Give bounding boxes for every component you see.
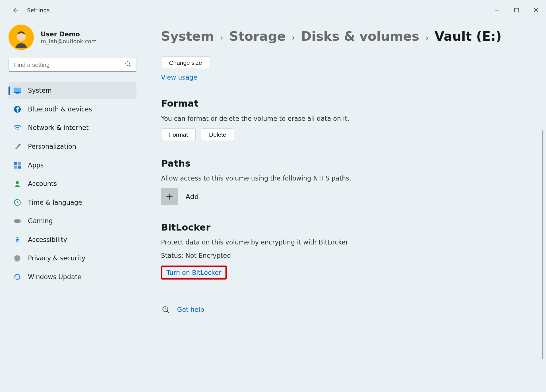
minimize-icon [495, 8, 499, 12]
svg-point-11 [17, 129, 18, 130]
breadcrumb-storage[interactable]: Storage [229, 29, 286, 43]
svg-line-27 [167, 311, 169, 313]
content-pane: System › Storage › Disks & volumes › Vau… [144, 20, 546, 392]
help-icon: ? [161, 305, 170, 314]
user-name: User Demo [41, 30, 97, 38]
chevron-right-icon: › [220, 33, 223, 43]
sidebar-item-accessibility[interactable]: Accessibility [9, 231, 136, 248]
sidebar-item-time[interactable]: Time & language [9, 194, 136, 211]
titlebar: Settings [0, 0, 546, 20]
back-button[interactable] [9, 3, 22, 17]
window-controls [487, 3, 546, 17]
sidebar-item-apps[interactable]: Apps [9, 157, 136, 174]
turn-on-bitlocker-link[interactable]: Turn on BitLocker [167, 269, 222, 277]
wifi-icon [13, 123, 22, 133]
svg-rect-15 [14, 166, 17, 169]
breadcrumb-disks[interactable]: Disks & volumes [301, 29, 419, 43]
svg-text:?: ? [164, 307, 166, 311]
view-usage-link[interactable]: View usage [161, 74, 197, 81]
maximize-button[interactable] [507, 3, 526, 17]
bitlocker-desc: Protect data on this volume by encryptin… [161, 238, 529, 246]
nav-list: System Bluetooth & devices Network & int… [9, 82, 136, 285]
plus-icon [166, 193, 173, 200]
svg-rect-8 [14, 88, 21, 92]
sidebar-item-label: Privacy & security [28, 254, 85, 262]
close-button[interactable] [526, 3, 546, 17]
sidebar-item-bluetooth[interactable]: Bluetooth & devices [9, 101, 136, 118]
sidebar-item-accounts[interactable]: Accounts [9, 175, 136, 192]
sidebar-item-label: Accounts [28, 180, 57, 188]
close-icon [534, 8, 538, 12]
brush-icon [13, 142, 22, 151]
scrollbar-thumb[interactable] [542, 130, 543, 359]
svg-rect-13 [14, 162, 17, 165]
svg-rect-1 [515, 8, 518, 12]
search-input[interactable] [14, 61, 125, 68]
app-title: Settings [27, 7, 49, 13]
sidebar-item-privacy[interactable]: Privacy & security [9, 250, 136, 267]
chevron-right-icon: › [425, 33, 429, 43]
sidebar-item-label: System [28, 87, 51, 94]
shield-icon [13, 254, 22, 263]
svg-line-6 [129, 65, 131, 67]
format-heading: Format [161, 98, 529, 109]
gamepad-icon [13, 216, 22, 226]
clock-icon [13, 198, 22, 207]
svg-point-17 [16, 181, 19, 184]
format-desc: You can format or delete the volume to e… [161, 115, 529, 123]
add-path-label: Add [186, 192, 199, 200]
minimize-button[interactable] [487, 3, 507, 17]
search-icon [125, 61, 131, 68]
accessibility-icon [13, 235, 22, 244]
sidebar-item-label: Apps [28, 161, 44, 169]
search-box[interactable] [9, 58, 136, 72]
svg-rect-14 [18, 162, 21, 165]
sidebar-item-gaming[interactable]: Gaming [9, 213, 136, 230]
system-icon [13, 86, 22, 95]
get-help-link[interactable]: Get help [177, 306, 204, 314]
breadcrumb: System › Storage › Disks & volumes › Vau… [161, 29, 529, 43]
sidebar-item-system[interactable]: System [9, 82, 136, 99]
breadcrumb-current: Vault (E:) [435, 29, 502, 43]
svg-point-5 [126, 62, 129, 65]
bitlocker-status: Status: Not Encrypted [161, 252, 529, 260]
sidebar-item-update[interactable]: Windows Update [9, 269, 136, 286]
sidebar-item-label: Network & internet [28, 124, 88, 132]
person-icon [13, 179, 22, 188]
format-button[interactable]: Format [161, 128, 196, 141]
user-email: m_lab@outlook.com [41, 38, 97, 44]
svg-rect-16 [18, 166, 21, 169]
maximize-icon [514, 8, 519, 12]
svg-point-20 [15, 221, 16, 221]
svg-point-21 [19, 221, 20, 221]
sidebar-item-label: Bluetooth & devices [28, 105, 92, 113]
sidebar-item-network[interactable]: Network & internet [9, 119, 136, 136]
svg-rect-9 [16, 93, 19, 94]
sidebar: User Demo m_lab@outlook.com System Bluet… [0, 20, 144, 392]
bluetooth-icon [13, 105, 22, 114]
sidebar-item-label: Personalization [28, 143, 76, 150]
paths-desc: Allow access to this volume using the fo… [161, 175, 529, 182]
change-size-button[interactable]: Change size [161, 56, 210, 69]
sidebar-item-label: Accessibility [28, 236, 67, 244]
apps-icon [13, 161, 22, 170]
back-arrow-icon [12, 7, 19, 14]
paths-heading: Paths [161, 158, 529, 169]
delete-button[interactable]: Delete [201, 128, 234, 141]
sidebar-item-label: Windows Update [28, 273, 81, 281]
breadcrumb-system[interactable]: System [161, 29, 214, 43]
highlight-annotation: Turn on BitLocker [161, 266, 227, 279]
sidebar-item-personalization[interactable]: Personalization [9, 138, 136, 155]
add-path-button[interactable] [161, 188, 178, 205]
svg-point-22 [16, 237, 18, 238]
bitlocker-heading: BitLocker [161, 222, 529, 233]
avatar [9, 24, 34, 50]
update-icon [13, 272, 22, 282]
chevron-right-icon: › [292, 33, 295, 43]
user-block[interactable]: User Demo m_lab@outlook.com [9, 24, 136, 50]
sidebar-item-label: Gaming [28, 217, 53, 225]
get-help-row[interactable]: ? Get help [161, 305, 529, 314]
sidebar-item-label: Time & language [28, 199, 82, 206]
